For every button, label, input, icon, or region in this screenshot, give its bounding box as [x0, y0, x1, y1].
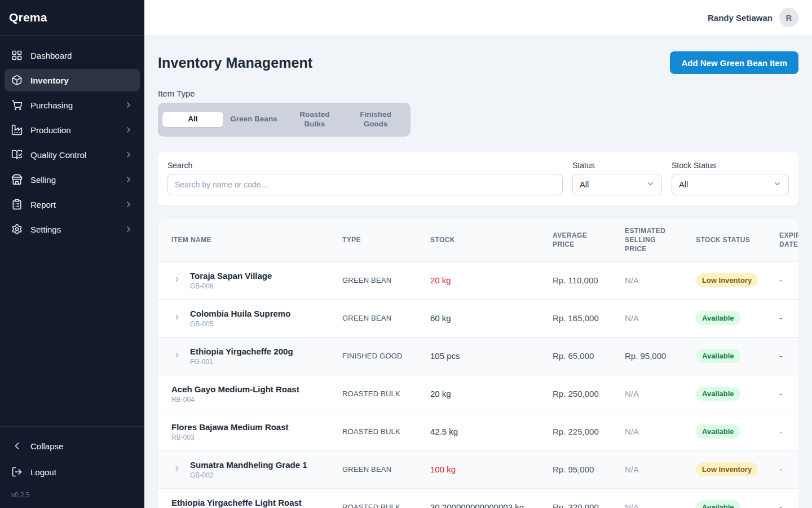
table-row: Ethiopia Yirgacheffe 200g FG-001 FINISHE…: [158, 337, 798, 375]
stock-status-select-value: All: [679, 180, 688, 189]
item-expire-date: -: [779, 351, 798, 361]
chevron-down-icon: [646, 179, 655, 190]
sidebar-footer: Collapse Logout v0.2.5: [0, 426, 144, 508]
stock-status-select[interactable]: All: [672, 174, 789, 195]
status-badge: Available: [696, 387, 740, 401]
chevron-right-icon: [173, 465, 181, 474]
filter-card: Search Status All Stock Status All: [158, 152, 798, 205]
sidebar-item-purchasing[interactable]: Purchasing: [5, 94, 140, 116]
collapse-label: Collapse: [30, 441, 133, 451]
status-select[interactable]: All: [572, 174, 662, 195]
item-stock-status-cell: Available: [696, 387, 779, 401]
sidebar-item-production[interactable]: Production: [5, 119, 140, 141]
item-stock: 60 kg: [430, 313, 553, 323]
column-stock: Stock: [430, 235, 553, 244]
page-title: Inventory Management: [158, 55, 312, 71]
sidebar-item-settings[interactable]: Settings: [5, 218, 140, 240]
item-code: RB-004: [171, 396, 299, 404]
tab-all[interactable]: All: [162, 112, 223, 127]
item-name-cell: Aceh Gayo Medium-Light Roast RB-004: [171, 384, 342, 404]
item-estimated-selling-price: N/A: [625, 502, 696, 508]
tab-green-beans[interactable]: Green Beans: [223, 112, 284, 127]
clipboard-icon: [11, 199, 23, 210]
column-expire-date: Expire Date: [779, 231, 798, 249]
column-average-price: Average Price: [553, 231, 625, 249]
item-stock: 20 kg: [430, 389, 553, 398]
status-badge: Low Inventory: [696, 462, 758, 476]
item-average-price: Rp. 250,000: [553, 389, 625, 398]
item-stock-status-cell: Available: [696, 311, 779, 325]
item-name: Flores Bajawa Medium Roast: [171, 422, 289, 432]
item-name: Aceh Gayo Medium-Light Roast: [171, 384, 299, 394]
item-name-cell: Ethiopia Yirgacheffe 200g FG-001: [171, 347, 342, 366]
status-badge: Available: [696, 349, 740, 363]
user-menu[interactable]: Randy Setiawan R: [708, 8, 798, 27]
item-stock: 105 pcs: [430, 351, 553, 361]
chevron-right-icon: [124, 200, 133, 209]
user-name: Randy Setiawan: [708, 13, 773, 23]
sidebar-item-dashboard[interactable]: Dashboard: [5, 44, 140, 67]
item-code: GB-005: [190, 320, 290, 328]
column-stock-status: Stock Status: [696, 235, 779, 244]
item-type: GREEN BEAN: [342, 276, 430, 284]
add-green-bean-button[interactable]: Add New Green Bean Item: [670, 51, 798, 74]
chevron-right-icon: [173, 313, 181, 323]
avatar[interactable]: R: [779, 8, 798, 27]
chevron-right-icon: [124, 100, 133, 110]
expand-row-button[interactable]: [171, 351, 183, 362]
item-estimated-selling-price: N/A: [625, 389, 696, 398]
sidebar-item-label: Selling: [30, 175, 124, 185]
item-stock-status-cell: Low Inventory: [696, 462, 779, 476]
page-header: Inventory Management Add New Green Bean …: [158, 51, 798, 74]
item-expire-date: -: [779, 502, 798, 508]
item-type: ROASTED BULK: [342, 503, 430, 508]
item-name: Sumatra Mandheling Grade 1: [190, 460, 307, 470]
sidebar-item-report[interactable]: Report: [5, 193, 140, 216]
sidebar-item-inventory[interactable]: Inventory: [5, 69, 140, 91]
item-type-label: Item Type: [158, 89, 798, 98]
sidebar-item-label: Quality Control: [30, 150, 124, 160]
tab-finished-goods[interactable]: Finished Goods: [345, 107, 406, 132]
item-average-price: Rp. 320,000: [553, 502, 625, 508]
chevron-right-icon: [124, 175, 133, 184]
expand-row-button[interactable]: [171, 313, 183, 324]
item-average-price: Rp. 95,000: [553, 465, 625, 474]
column-estimated-selling-price: Estimated Selling Price: [625, 226, 696, 254]
item-name-cell: Colombia Huila Supremo GB-005: [171, 309, 342, 328]
item-code: RB-003: [171, 433, 289, 441]
item-estimated-selling-price: N/A: [625, 427, 696, 436]
status-badge: Available: [696, 311, 740, 325]
item-estimated-selling-price: Rp. 95,000: [625, 351, 696, 361]
chevron-right-icon: [124, 150, 133, 159]
expand-row-button[interactable]: [171, 275, 183, 286]
table-row: Colombia Huila Supremo GB-005 GREEN BEAN…: [158, 299, 798, 337]
expand-row-button[interactable]: [171, 464, 183, 475]
app-version: v0.2.5: [5, 487, 140, 499]
item-type-tabs: All Green Beans Roasted Bulks Finished G…: [158, 103, 411, 137]
main-area: Randy Setiawan R Inventory Management Ad…: [144, 0, 812, 508]
sidebar-item-label: Settings: [30, 225, 124, 234]
status-badge: Available: [696, 424, 740, 439]
status-select-value: All: [580, 180, 589, 189]
tab-roasted-bulks[interactable]: Roasted Bulks: [284, 107, 345, 132]
table-header-row: Item Name Type Stock Average Price Estim…: [158, 219, 798, 261]
item-type: ROASTED BULK: [342, 389, 430, 398]
inventory-table: Item Name Type Stock Average Price Estim…: [158, 219, 798, 508]
sidebar-item-selling[interactable]: Selling: [5, 168, 140, 191]
item-code: GB-002: [190, 471, 307, 479]
sidebar-nav: Dashboard Inventory Purchasing Prod: [0, 36, 144, 426]
sidebar-item-label: Production: [30, 125, 124, 135]
chevron-right-icon: [124, 125, 133, 134]
chevron-right-icon: [173, 275, 181, 285]
status-badge: Low Inventory: [696, 273, 758, 287]
logout-button[interactable]: Logout: [5, 461, 140, 483]
store-icon: [11, 174, 23, 185]
table-row: Aceh Gayo Medium-Light Roast RB-004 ROAS…: [158, 375, 798, 413]
search-input[interactable]: [167, 174, 563, 195]
column-type: Type: [342, 235, 430, 244]
item-stock-status-cell: Low Inventory: [696, 273, 779, 287]
search-label: Search: [167, 161, 563, 170]
collapse-button[interactable]: Collapse: [5, 435, 140, 457]
item-stock: 42.5 kg: [430, 427, 553, 436]
sidebar-item-quality-control[interactable]: Quality Control: [5, 143, 140, 166]
